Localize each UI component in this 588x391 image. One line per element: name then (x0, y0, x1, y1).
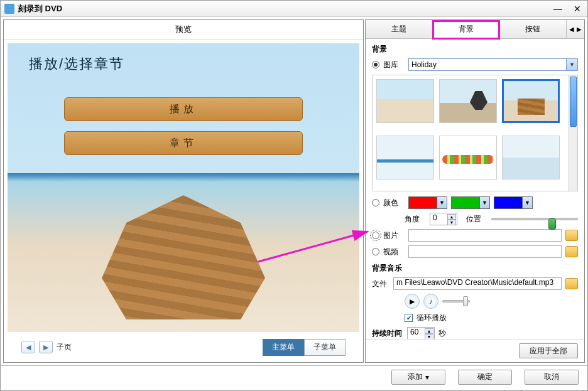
close-button[interactable]: ✕ (571, 4, 584, 14)
loop-label: 循环播放 (416, 313, 447, 323)
preview-pane: 预览 播放/选择章节 播放 章节 ◀ ▶ 子页 主菜单 子菜单 (3, 19, 364, 363)
angle-up[interactable]: ▲ (447, 214, 456, 220)
settings-tabs: 主题 背景 按钮 ◀▶ (366, 20, 584, 39)
subpage-nav: ◀ ▶ 子页 (21, 341, 72, 353)
music-note-button[interactable]: ♪ (423, 294, 438, 309)
image-path-input[interactable] (408, 229, 562, 242)
tab-main-menu[interactable]: 主菜单 (263, 339, 304, 356)
next-subpage-button[interactable]: ▶ (39, 341, 53, 353)
thumb-mirror[interactable] (502, 136, 560, 179)
gallery-combo[interactable]: Holiday ▼ (408, 58, 578, 71)
menu-tab-pair: 主菜单 子菜单 (263, 339, 346, 356)
angle-label: 角度 (405, 214, 426, 225)
music-file-label: 文件 (372, 279, 389, 289)
tab-button[interactable]: 按钮 (499, 20, 567, 38)
menu-headline: 播放/选择章节 (29, 55, 124, 73)
browse-image-button[interactable] (565, 230, 578, 241)
settings-pane: 主题 背景 按钮 ◀▶ 背景 图库 Holiday ▼ (365, 19, 585, 363)
window-title: 刻录到 DVD (18, 3, 551, 14)
tabs-scroll-right[interactable]: ▶ (575, 26, 583, 33)
music-file-input[interactable]: m Files\Leawo\DVD Creator\Music\default.… (393, 277, 562, 290)
duration-down[interactable]: ▼ (425, 334, 433, 339)
browse-video-button[interactable] (565, 246, 578, 257)
menu-play-button[interactable]: 播放 (64, 97, 303, 121)
tabs-scroll-left[interactable]: ◀ (568, 26, 575, 33)
radio-color[interactable] (372, 199, 379, 206)
preview-bottom-controls: ◀ ▶ 子页 主菜单 子菜单 (4, 332, 363, 362)
seconds-label: 秒 (438, 328, 460, 339)
radio-video[interactable] (372, 248, 379, 255)
tabs-scroll: ◀▶ (567, 20, 584, 38)
thumb-couple[interactable] (439, 79, 497, 123)
color-picker-green[interactable]: ▼ (451, 196, 490, 209)
tab-background[interactable]: 背景 (433, 21, 500, 39)
tab-sub-menu[interactable]: 子菜单 (304, 339, 346, 356)
add-button[interactable]: 添加 ▾ (391, 370, 445, 385)
position-label: 位置 (466, 214, 487, 225)
video-label: 视频 (383, 247, 405, 257)
music-play-button[interactable]: ▶ (405, 294, 420, 309)
app-window: 刻录到 DVD — ✕ 预览 播放/选择章节 播放 章节 ◀ ▶ 子页 (0, 0, 588, 391)
duration-input[interactable]: 60 ▲▼ (407, 327, 435, 339)
position-slider[interactable] (491, 213, 578, 225)
prev-subpage-button[interactable]: ◀ (21, 341, 35, 353)
menu-chapter-button[interactable]: 章节 (64, 131, 303, 155)
thumb-lounger[interactable] (502, 79, 560, 123)
apply-row: 应用于全部 (366, 339, 584, 362)
color-picker-red[interactable]: ▼ (408, 196, 447, 209)
color-picker-blue[interactable]: ▼ (494, 196, 533, 209)
bg-section-title: 背景 (372, 44, 578, 55)
footer: 添加 ▾ 确定 取消 (1, 365, 587, 388)
subpage-label: 子页 (57, 342, 72, 353)
music-section-title: 背景音乐 (372, 263, 578, 274)
duration-up[interactable]: ▲ (425, 328, 433, 334)
gallery-combo-value: Holiday (411, 60, 437, 69)
minimize-button[interactable]: — (551, 4, 565, 14)
angle-down[interactable]: ▼ (447, 220, 456, 225)
gallery-label: 图库 (383, 60, 405, 70)
titlebar: 刻录到 DVD — ✕ (1, 1, 587, 17)
chevron-down-icon: ▼ (566, 59, 577, 70)
cancel-button[interactable]: 取消 (525, 370, 579, 385)
loop-checkbox[interactable] (405, 314, 413, 322)
preview-canvas: 播放/选择章节 播放 章节 (8, 43, 359, 332)
browse-music-button[interactable] (565, 278, 578, 289)
color-label: 颜色 (383, 198, 405, 208)
settings-content: 背景 图库 Holiday ▼ (366, 39, 584, 339)
thumb-beach[interactable] (376, 79, 434, 123)
radio-image[interactable] (372, 232, 379, 239)
ok-button[interactable]: 确定 (458, 370, 512, 385)
duration-label: 持续时间 (372, 328, 403, 339)
image-label: 图片 (383, 230, 405, 241)
app-icon (4, 4, 14, 14)
apply-all-button[interactable]: 应用于全部 (519, 343, 578, 358)
angle-input[interactable]: 0 ▲▼ (430, 213, 457, 225)
gallery-thumbnails (372, 75, 578, 191)
radio-gallery[interactable] (372, 61, 379, 68)
preview-header: 预览 (4, 20, 363, 40)
music-volume-slider[interactable] (442, 295, 470, 308)
thumb-flowers[interactable] (439, 136, 497, 179)
thumb-sea[interactable] (376, 136, 434, 179)
video-path-input[interactable] (408, 245, 562, 258)
tab-theme[interactable]: 主题 (366, 20, 433, 38)
thumbs-scrollbar[interactable] (569, 75, 577, 191)
